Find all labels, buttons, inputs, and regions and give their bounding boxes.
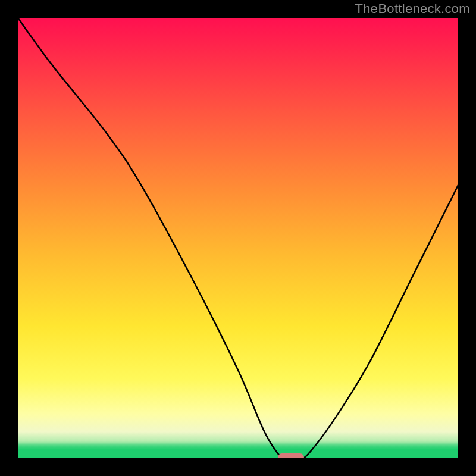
watermark-text: TheBottleneck.com xyxy=(355,1,470,17)
bottleneck-curve xyxy=(18,18,458,458)
minimum-marker xyxy=(278,453,304,458)
plot-area xyxy=(18,18,458,458)
chart-container: TheBottleneck.com xyxy=(0,0,476,476)
